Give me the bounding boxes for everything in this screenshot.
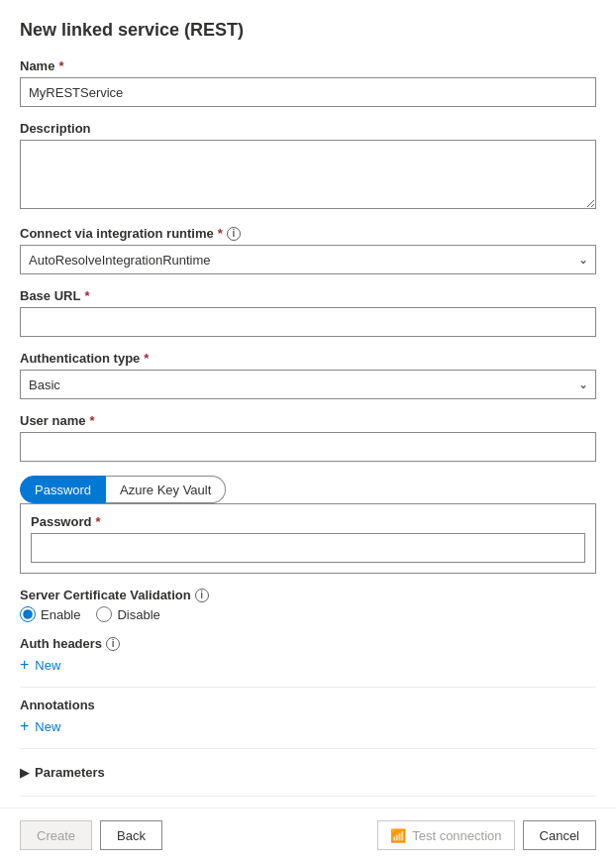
divider-3 [20,796,596,797]
username-label: User name * [20,413,596,428]
disable-radio-option[interactable]: Disable [96,606,159,622]
annotations-new-label: New [35,719,60,734]
enable-label: Enable [41,607,80,622]
create-button[interactable]: Create [20,820,92,850]
username-required: * [89,413,94,428]
base-url-label: Base URL * [20,288,596,303]
server-cert-field-group: Server Certificate Validation i Enable D… [20,588,596,622]
base-url-field-group: Base URL * [20,288,596,337]
description-field-group: Description [20,121,596,212]
footer: Create Back 📶 Test connection Cancel [0,808,616,862]
test-connection-icon: 📶 [390,828,406,843]
auth-headers-new-label: New [35,658,60,673]
password-toggle-group: Password Azure Key Vault Password * [20,476,596,574]
enable-radio-option[interactable]: Enable [20,606,80,622]
annotations-add-new[interactable]: + New [20,718,596,734]
auth-headers-field-group: Auth headers i + New [20,636,596,673]
base-url-input[interactable] [20,307,596,337]
auth-type-field-group: Authentication type * Basic ⌄ [20,351,596,399]
ir-info-icon[interactable]: i [227,227,241,241]
server-cert-label: Server Certificate Validation i [20,588,596,602]
divider-1 [20,687,596,688]
password-toggle-row: Password Azure Key Vault [20,476,596,503]
server-cert-info-icon[interactable]: i [195,589,209,602]
azure-key-vault-tab-button[interactable]: Azure Key Vault [106,476,226,503]
username-field-group: User name * [20,413,596,462]
parameters-label: Parameters [35,765,105,780]
auth-headers-add-new[interactable]: + New [20,657,596,673]
auth-headers-info-icon[interactable]: i [106,637,120,651]
disable-label: Disable [117,607,159,622]
name-input[interactable] [20,77,596,107]
server-cert-radio-group: Enable Disable [20,606,596,622]
name-label: Name * [20,58,596,73]
auth-headers-plus-icon: + [20,657,29,673]
integration-runtime-select[interactable]: AutoResolveIntegrationRuntime [20,245,596,274]
auth-type-select[interactable]: Basic [20,370,596,399]
description-input[interactable] [20,140,596,209]
name-required: * [58,58,63,73]
divider-2 [20,748,596,749]
base-url-required: * [84,288,89,303]
auth-type-required: * [144,351,149,366]
integration-runtime-select-wrapper: AutoResolveIntegrationRuntime ⌄ [20,245,596,274]
password-label: Password * [31,514,585,529]
enable-radio[interactable] [20,606,36,622]
test-connection-button[interactable]: 📶 Test connection [377,820,514,850]
ir-required: * [218,226,223,241]
password-input[interactable] [31,533,585,563]
description-label: Description [20,121,596,136]
parameters-chevron-icon: ▶ [20,766,29,780]
annotations-plus-icon: + [20,718,29,734]
cancel-button[interactable]: Cancel [523,820,596,850]
test-connection-label: Test connection [412,828,501,843]
parameters-row[interactable]: ▶ Parameters [20,759,596,786]
back-button[interactable]: Back [100,820,162,850]
auth-type-select-wrapper: Basic ⌄ [20,370,596,399]
password-section: Password * [20,503,596,574]
integration-runtime-field-group: Connect via integration runtime * i Auto… [20,226,596,274]
name-field-group: Name * [20,58,596,107]
annotations-field-group: Annotations + New [20,698,596,734]
page-title: New linked service (REST) [20,20,596,41]
disable-radio[interactable] [96,606,112,622]
password-tab-button[interactable]: Password [20,476,106,503]
username-input[interactable] [20,432,596,462]
auth-headers-label: Auth headers i [20,636,596,651]
annotations-label: Annotations [20,698,596,712]
password-required: * [95,514,100,529]
integration-runtime-label: Connect via integration runtime * i [20,226,596,241]
auth-type-label: Authentication type * [20,351,596,366]
